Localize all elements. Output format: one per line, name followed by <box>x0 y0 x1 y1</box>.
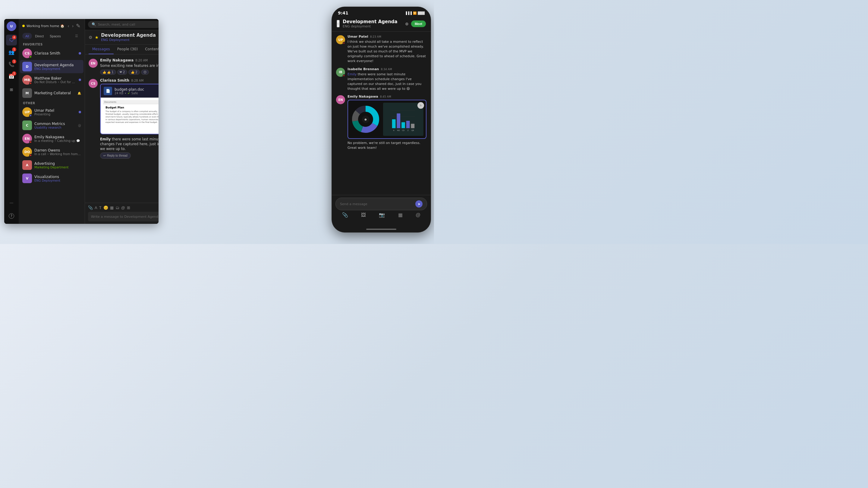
teams-icon[interactable]: 👥 1 <box>6 47 17 58</box>
sidebar-list: Favorites CS Clarissa Smith D Developmen <box>19 41 85 224</box>
chat-item-umar[interactable]: UP Umar Patel Presenting <box>20 105 84 119</box>
help-icon[interactable]: ? <box>6 210 17 221</box>
rich-text-icon[interactable]: A <box>95 205 97 210</box>
chat-item-matthew[interactable]: MB Matthew Baker Do Not Disturb • Out fo… <box>20 73 84 87</box>
mobile-text-isabelle: Emily there were some last minute implem… <box>347 72 427 91</box>
reaction-thumbsup1[interactable]: 👍 👍 1 <box>100 70 116 75</box>
filter-spaces[interactable]: Spaces <box>47 33 64 39</box>
mobile-header-isabelle: Isabelle Brennan 8:34 AM <box>347 67 427 71</box>
mobile-image-icon[interactable]: 🖼 <box>361 213 366 218</box>
channel-title-block: Development Agenda ENG Deployment <box>101 33 156 42</box>
message-row-clarissa: CS Clarissa Smith 8:28 AM 📄 budget-plan.… <box>89 78 158 159</box>
calls-icon[interactable]: 📞 1 <box>6 59 17 70</box>
status-text: Working from home 🏠 <box>27 24 64 28</box>
file-card-header: 📄 budget-plan.doc 24 KB • ✔ Safe <box>101 84 158 98</box>
attach-icon[interactable]: 📎 <box>88 205 93 210</box>
chat-info-marketing: Marketing Collateral <box>34 91 75 95</box>
filter-more[interactable]: ☰ <box>72 33 81 39</box>
reaction-heart[interactable]: ❤️ 2 <box>117 70 127 75</box>
avatar-emily: EN <box>22 134 32 143</box>
tab-messages[interactable]: Messages <box>89 44 114 54</box>
search-bar[interactable]: 🔍 Search, meet, and call <box>88 21 158 28</box>
svg-text:Z: Z <box>407 130 409 132</box>
avatar-common: C <box>22 121 32 130</box>
teams-badge: 1 <box>12 47 16 52</box>
svg-rect-15 <box>401 122 405 128</box>
mobile-attach-icon[interactable]: 📎 <box>342 212 348 218</box>
more-icon[interactable]: ⊞ <box>127 205 130 210</box>
message-input-box[interactable]: Write a message to Development Agenda ➤ <box>88 212 158 221</box>
files-icon[interactable]: ⊞ <box>6 84 17 95</box>
chat-item-darren[interactable]: DO Darren Owens In a call • Working from… <box>20 145 84 158</box>
filter-direct[interactable]: Direct <box>32 33 47 39</box>
chat-item-emily[interactable]: EN Emily Nakagawa In a meeting • Catchin… <box>20 132 84 145</box>
chat-item-marketing[interactable]: M Marketing Collateral 🔔 <box>20 87 84 100</box>
mobile-text-umar: I think we should all take a moment to r… <box>347 39 427 64</box>
chat-item-common[interactable]: C Common Metrics Usability research @ <box>20 119 84 132</box>
channel-settings-icon[interactable]: ⚙ <box>89 35 93 40</box>
format-icon[interactable]: T <box>99 205 101 210</box>
file-card: 📄 budget-plan.doc 24 KB • ✔ Safe <box>100 84 158 134</box>
chat-info-common: Common Metrics Usability research <box>34 122 76 129</box>
msg-time-clarissa: 8:28 AM <box>131 79 144 82</box>
mobile-back-button[interactable]: ‹ <box>337 20 340 27</box>
file-details: budget-plan.doc 24 KB • ✔ Safe <box>115 87 144 95</box>
user-avatar[interactable]: U <box>7 22 16 31</box>
tab-content[interactable]: Content <box>141 44 158 54</box>
channel-subtitle[interactable]: ENG Deployment <box>101 38 156 42</box>
messages-area: EN Emily Nakagawa 8:20 AM Some exciting … <box>85 55 158 203</box>
message-row-emily: EN Emily Nakagawa 8:20 AM Some exciting … <box>89 58 158 75</box>
chat-status-emily: In a meeting • Catching up 💬 <box>34 139 81 142</box>
mobile-gif-icon[interactable]: ▦ <box>398 212 403 218</box>
back-arrow[interactable]: ‹ <box>67 22 70 30</box>
reaction-smile[interactable]: 😊 <box>141 70 149 75</box>
mobile-input-box[interactable]: Send a message ➤ <box>336 198 427 210</box>
mobile-more-icon[interactable]: ⊕ <box>405 22 409 26</box>
chat-status-matthew: Do Not Disturb • Out for a walk <box>34 80 76 84</box>
chat-sub-visualizations: ENG Deployment <box>34 179 81 182</box>
isabelle-mention-emily: Emily <box>347 72 356 76</box>
reply-thread-button[interactable]: ↩ Reply to thread <box>100 153 131 159</box>
chat-info-emily: Emily Nakagawa In a meeting • Catching u… <box>34 135 81 142</box>
mobile-message-emily: EN Emily Nakagawa 8:45 AM <box>336 95 427 150</box>
chat-item-advertising[interactable]: A Advertising Marketing Department <box>20 158 84 172</box>
msg-name-clarissa: Clarissa Smith <box>100 78 129 83</box>
new-chat-button[interactable]: ✎ <box>75 22 81 30</box>
mobile-header-emily: Emily Nakagawa 8:45 AM <box>347 95 427 98</box>
apps-icon[interactable]: ⋯ <box>6 197 17 208</box>
chart-card: ⊕ <box>347 100 427 139</box>
meeting-icon[interactable]: @ <box>121 205 125 210</box>
chat-main: 🔍 Search, meet, and call 📡 Connect — ⬜ ✕… <box>85 19 158 224</box>
filter-tabs: All Direct Spaces ☰ <box>19 32 85 41</box>
filter-all[interactable]: All <box>22 33 32 39</box>
emoji-icon[interactable]: 😊 <box>103 205 108 210</box>
gif-icon[interactable]: ▦ <box>110 205 114 210</box>
file-toolbar: Documents EDIT IN WORD <box>103 100 158 104</box>
unread-matthew <box>79 78 81 81</box>
sidebar: Working from home 🏠 ‹ › ✎ All Direct Spa… <box>19 19 85 224</box>
chat-icon[interactable]: 🗨 4 <box>6 35 17 45</box>
mobile-text-emily: No problem, we're still on target regard… <box>347 141 427 150</box>
chat-sub-common: Usability research <box>34 126 76 129</box>
mobile-messages-area: UP Umar Patel 8:23 AM I think we should … <box>332 32 431 191</box>
chat-item-visualizations[interactable]: V Visualizations ENG Deployment <box>20 172 84 185</box>
sticker-icon[interactable]: 🗂 <box>116 205 119 210</box>
reaction-thumbsup2[interactable]: 👍 2 <box>128 70 140 75</box>
reactions-emily: 👍 👍 1 ❤️ 2 👍 2 😊 <box>100 70 158 75</box>
chat-item-clarissa[interactable]: CS Clarissa Smith <box>20 47 84 60</box>
mobile-status-icons: ▐▐▐ 🛜 ▓▓▓ <box>405 11 425 15</box>
mobile-send-button[interactable]: ➤ <box>415 200 423 207</box>
channel-star-icon[interactable]: ★ <box>95 35 99 40</box>
mobile-at-icon[interactable]: @ <box>415 213 421 218</box>
msg-content-clarissa: Clarissa Smith 8:28 AM 📄 budget-plan.doc <box>100 78 158 159</box>
forward-arrow[interactable]: › <box>71 22 75 30</box>
safe-badge: ✔ <box>127 92 130 95</box>
calendar-icon[interactable]: 📅 1 <box>6 71 17 82</box>
mobile-camera-icon[interactable]: 📷 <box>379 212 385 218</box>
tab-people[interactable]: People (30) <box>114 44 141 54</box>
chat-sub-dev-agenda: ENG Deployment <box>34 67 81 70</box>
mobile-clock: 9:41 <box>338 10 348 15</box>
clarissa-mention-emily: Emily <box>100 137 111 141</box>
chat-item-dev-agenda[interactable]: D Development Agenda ENG Deployment <box>20 60 84 73</box>
mobile-meet-button[interactable]: Meet <box>411 21 426 27</box>
